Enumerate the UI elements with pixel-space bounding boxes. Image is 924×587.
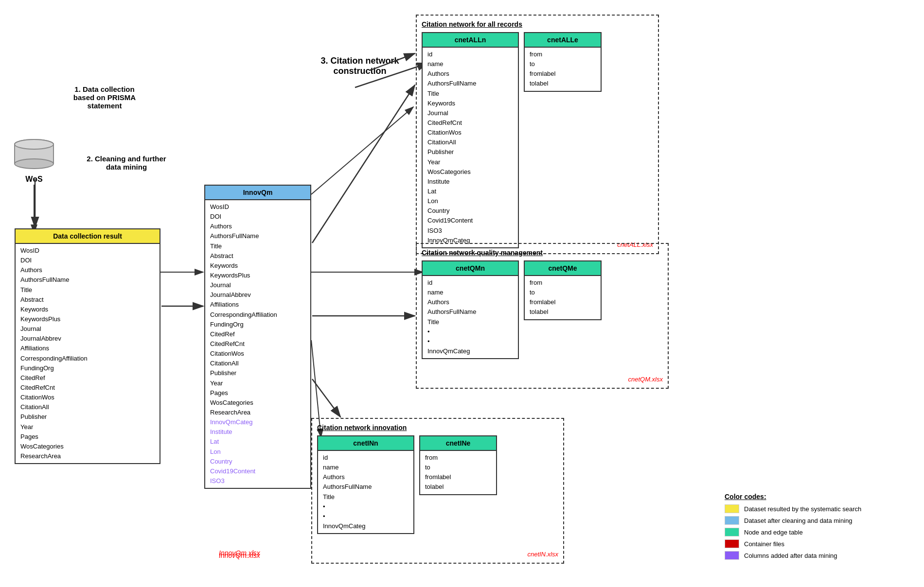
cnet-in-box: Citation network innovation cnetINn id n… xyxy=(311,418,564,564)
legend-item-green: Node and edge table xyxy=(725,528,909,536)
step3-label: 3. Citation network construction xyxy=(292,56,428,76)
cnet-all-edge-table: cnetALLe from to fromlabel tolabel xyxy=(524,32,602,92)
legend-item-blue: Dataset after cleaning and data mining xyxy=(725,516,909,525)
cnet-in-node-header: cnetINn xyxy=(318,436,413,451)
cnet-all-edge-body: from to fromlabel tolabel xyxy=(525,48,601,91)
legend-item-red: Container files xyxy=(725,539,909,548)
cnet-qm-node-table: cnetQMn id name Authors AuthorsFullName … xyxy=(422,260,519,359)
svg-line-18 xyxy=(312,379,340,417)
cnet-qm-title: Citation network quality management xyxy=(422,249,663,257)
cnet-qm-box: Citation network quality management cnet… xyxy=(416,243,669,389)
innovqm-table: InnovQm WosID DOI Authors AuthorsFullNam… xyxy=(204,185,311,489)
legend-title: Color codes: xyxy=(725,493,909,501)
cnet-all-edge-header: cnetALLe xyxy=(525,33,601,48)
cnet-all-box: Citation network for all records cnetALL… xyxy=(416,15,659,254)
legend-color-green xyxy=(725,528,739,536)
cnet-all-tables: cnetALLn id name Authors AuthorsFullName… xyxy=(422,32,653,248)
svg-point-11 xyxy=(15,159,53,169)
legend-color-yellow xyxy=(725,504,739,513)
cnet-qm-tables: cnetQMn id name Authors AuthorsFullName … xyxy=(422,260,663,359)
cnet-qm-node-body: id name Authors AuthorsFullName Title • … xyxy=(423,276,518,358)
step1-label: 1. Data collection based on PRISMA state… xyxy=(49,85,160,110)
cnet-qm-node-header: cnetQMn xyxy=(423,261,518,276)
svg-line-3 xyxy=(311,107,413,194)
cnet-qm-edge-body: from to fromlabel tolabel xyxy=(525,276,601,319)
legend-box: Color codes: Dataset resulted by the sys… xyxy=(725,493,909,563)
legend-label-red: Container files xyxy=(744,540,784,548)
legend-label-green: Node and edge table xyxy=(744,529,803,536)
step2-label: 2. Cleaning and further data mining xyxy=(49,155,204,171)
innovqm-xlsx-label: InnovQm.xlsx xyxy=(219,552,260,559)
innovqm-header: InnovQm xyxy=(205,186,310,200)
diagram-container: WoS 1. Data collection based on PRISMA s… xyxy=(0,0,924,587)
cnet-in-node-table: cnetINn id name Authors AuthorsFullName … xyxy=(317,435,414,534)
innovqm-body: WosID DOI Authors AuthorsFullName Title … xyxy=(205,200,310,488)
legend-label-purple: Columns added after data mining xyxy=(744,552,837,559)
data-collection-table: Data collection result WosID DOI Authors… xyxy=(15,228,160,464)
legend-item-purple: Columns added after data mining xyxy=(725,551,909,560)
cnet-qm-file-label: cnetQM.xlsx xyxy=(628,376,663,383)
cnet-in-title: Citation network innovation xyxy=(317,424,558,432)
cnet-in-edge-header: cnetINe xyxy=(420,436,496,451)
legend-item-yellow: Dataset resulted by the systematic searc… xyxy=(725,504,909,513)
wos-label: WoS xyxy=(14,175,54,184)
legend-label-blue: Dataset after cleaning and data mining xyxy=(744,517,853,524)
cnet-all-node-header: cnetALLn xyxy=(423,33,518,48)
legend-label-yellow: Dataset resulted by the systematic searc… xyxy=(744,505,861,513)
cnet-qm-edge-table: cnetQMe from to fromlabel tolabel xyxy=(524,260,602,320)
legend-color-purple xyxy=(725,551,739,560)
cnet-in-tables: cnetINn id name Authors AuthorsFullName … xyxy=(317,435,558,534)
cnet-in-file-label: cnetIN.xlsx xyxy=(527,551,558,558)
svg-point-12 xyxy=(15,139,53,149)
data-collection-header: Data collection result xyxy=(16,229,160,244)
cnet-all-node-table: cnetALLn id name Authors AuthorsFullName… xyxy=(422,32,519,248)
cnet-in-edge-body: from to fromlabel tolabel xyxy=(420,451,496,494)
data-collection-body: WosID DOI Authors AuthorsFullName Title … xyxy=(16,244,160,463)
cnet-all-title: Citation network for all records xyxy=(422,20,653,28)
cnet-qm-edge-header: cnetQMe xyxy=(525,261,601,276)
legend-color-blue xyxy=(725,516,739,525)
cnet-all-node-body: id name Authors AuthorsFullName Title Ke… xyxy=(423,48,518,247)
svg-line-16 xyxy=(312,85,415,243)
cnet-in-node-body: id name Authors AuthorsFullName Title • … xyxy=(318,451,413,533)
legend-color-red xyxy=(725,539,739,548)
cnet-in-edge-table: cnetINe from to fromlabel tolabel xyxy=(419,435,497,495)
